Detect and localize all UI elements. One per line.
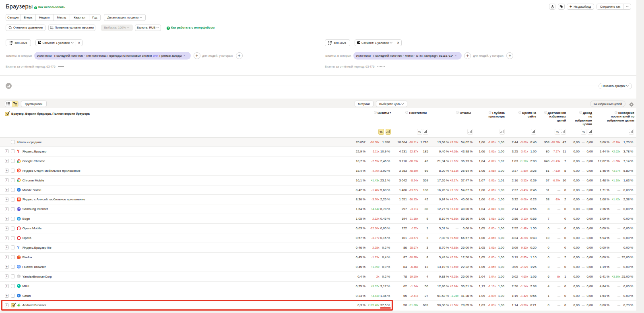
svg-text:Я: Я [18,198,20,201]
svg-text:e: e [18,217,20,220]
